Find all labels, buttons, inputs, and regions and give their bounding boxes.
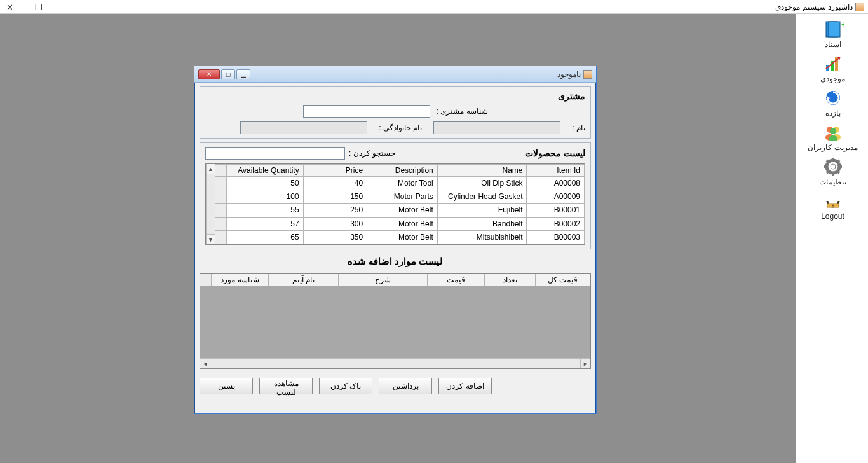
- customer-id-input[interactable]: [303, 105, 430, 118]
- svg-line-24: [827, 170, 829, 173]
- svg-point-16: [831, 164, 836, 169]
- inventory-icon: [822, 54, 844, 73]
- svg-line-22: [837, 170, 839, 173]
- main-close-button[interactable]: ✕: [3, 3, 17, 12]
- toolstrip-logout-label: Logout: [797, 212, 868, 221]
- unavailable-dialog: ناموجود ▁ ▢ ✕ مشتری شناسه مشتری : نام: [194, 66, 597, 414]
- main-minimize-button[interactable]: —: [60, 3, 76, 12]
- customer-group: مشتری شناسه مشتری : نام : نام خانوادگی :: [200, 86, 591, 139]
- col-added-qty[interactable]: تعداد: [485, 274, 536, 286]
- customer-family-input[interactable]: [240, 121, 367, 134]
- logout-icon: [822, 191, 844, 211]
- added-header-row: شناسه مورد نام آیتم شرح قیمت تعداد قیمت …: [200, 274, 590, 286]
- customer-family-label: نام خانوادگی :: [379, 123, 422, 132]
- products-group: لیست محصولات جستجو کردن : ▲ ▼: [200, 142, 591, 249]
- close-button[interactable]: بستن: [200, 378, 253, 394]
- docs-icon: +: [822, 20, 844, 39]
- added-grid[interactable]: شناسه مورد نام آیتم شرح قیمت تعداد قیمت …: [200, 273, 591, 369]
- customer-heading: مشتری: [205, 91, 585, 101]
- col-price[interactable]: Price: [303, 165, 367, 177]
- products-heading: لیست محصولات: [525, 148, 585, 158]
- added-grid-hscroll[interactable]: ◄ ►: [200, 358, 590, 368]
- app-icon: [855, 3, 864, 11]
- toolstrip-docs[interactable]: + اسناد: [797, 18, 868, 50]
- main-system-buttons: ✕ ❐ —: [3, 0, 76, 14]
- table-row[interactable]: 65350Motor BeltMitsubishibeltB00003: [215, 230, 585, 244]
- view-button[interactable]: مشاهده لیست: [259, 378, 313, 394]
- toolstrip-inventory-label: موجودی: [797, 74, 868, 83]
- toolstrip-settings-label: تنظیمات: [797, 177, 868, 186]
- side-toolstrip: + اسناد موجودی بازده مدیریت کاربران: [797, 14, 868, 463]
- dialog-minimize-button[interactable]: ▁: [236, 69, 250, 79]
- scroll-down-icon[interactable]: ▼: [207, 234, 215, 244]
- search-input[interactable]: [205, 147, 345, 160]
- dialog-titlebar[interactable]: ناموجود ▁ ▢ ✕: [194, 66, 596, 83]
- toolstrip-docs-label: اسناد: [797, 40, 868, 49]
- svg-line-21: [827, 160, 829, 163]
- svg-text:+: +: [841, 20, 844, 30]
- products-grid-scrollbar[interactable]: ▲ ▼: [206, 164, 215, 244]
- returns-icon: [822, 88, 844, 107]
- table-row[interactable]: 57300Motor BeltBandbeltB00002: [215, 217, 585, 230]
- customer-name-input[interactable]: [433, 121, 560, 134]
- col-qty[interactable]: Available Quantity: [227, 165, 304, 177]
- add-button[interactable]: اضافه کردن: [438, 378, 492, 394]
- dialog-icon: [583, 70, 592, 79]
- added-heading: لیست موارد اضافه شده: [200, 256, 591, 267]
- scroll-right-icon[interactable]: ►: [580, 359, 590, 368]
- mdi-client-area: ناموجود ▁ ▢ ✕ مشتری شناسه مشتری : نام: [0, 14, 797, 463]
- svg-rect-1: [829, 22, 840, 37]
- customer-id-label: شناسه مشتری :: [437, 107, 488, 116]
- toolstrip-settings[interactable]: تنظیمات: [797, 155, 868, 187]
- col-added-name[interactable]: نام آیتم: [269, 274, 339, 286]
- toolstrip-inventory[interactable]: موجودی: [797, 52, 868, 84]
- toolstrip-users[interactable]: مدیریت کاربران: [797, 121, 868, 153]
- col-added-desc[interactable]: شرح: [339, 274, 428, 286]
- dialog-maximize-button[interactable]: ▢: [221, 69, 235, 79]
- svg-point-13: [830, 128, 836, 134]
- table-row[interactable]: 5040Motor ToolOil Dip StickA00008: [215, 177, 585, 190]
- products-header-row: Available Quantity Price Description Nam…: [215, 165, 585, 177]
- dialog-close-button[interactable]: ✕: [198, 69, 220, 79]
- main-title-text: داشبورد سیستم موجودی: [775, 3, 853, 11]
- main-titlebar: داشبورد سیستم موجودی: [0, 0, 868, 14]
- settings-icon: [822, 157, 844, 176]
- main-restore-button[interactable]: ❐: [31, 3, 46, 12]
- dialog-button-row: اضافه کردن برداشتن پاک کردن مشاهده لیست …: [200, 373, 591, 396]
- products-grid[interactable]: ▲ ▼ Available Quantity Price Description: [205, 163, 585, 245]
- col-itemid[interactable]: Item Id: [527, 165, 585, 177]
- table-row[interactable]: 100150Motor PartsCylinder Head GasketA00…: [215, 190, 585, 204]
- col-added-id[interactable]: شناسه مورد: [212, 274, 269, 286]
- toolstrip-returns-label: بازده: [797, 109, 868, 118]
- table-row[interactable]: 55250Motor BeltFujibeltB00001: [215, 204, 585, 217]
- toolstrip-users-label: مدیریت کاربران: [797, 143, 868, 152]
- search-label: جستجو کردن :: [349, 149, 395, 158]
- svg-point-26: [832, 205, 834, 207]
- clear-button[interactable]: پاک کردن: [319, 378, 372, 394]
- toolstrip-returns[interactable]: بازده: [797, 86, 868, 118]
- col-desc[interactable]: Description: [367, 165, 438, 177]
- toolstrip-logout[interactable]: Logout: [797, 190, 868, 221]
- scroll-left-icon[interactable]: ◄: [200, 359, 210, 368]
- col-added-total[interactable]: قیمت کل: [536, 274, 590, 286]
- col-added-price[interactable]: قیمت: [428, 274, 485, 286]
- customer-name-label: نام :: [572, 123, 585, 132]
- dialog-title-text: ناموجود: [557, 70, 581, 79]
- scroll-up-icon[interactable]: ▲: [207, 164, 215, 174]
- col-name[interactable]: Name: [437, 165, 527, 177]
- users-icon: [822, 123, 844, 142]
- svg-line-23: [837, 160, 839, 163]
- remove-button[interactable]: برداشتن: [379, 378, 432, 394]
